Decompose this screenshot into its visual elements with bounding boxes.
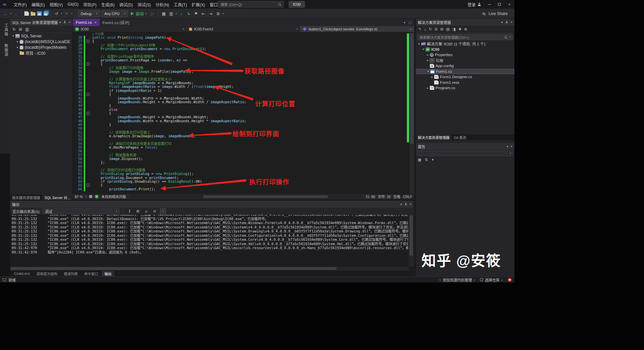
fold-toggle-icon[interactable]: - xyxy=(87,93,90,96)
show-all-files-icon[interactable]: ⊞ xyxy=(440,27,443,31)
configuration-select[interactable]: Debug▾ xyxy=(78,10,100,17)
close-icon[interactable]: × xyxy=(95,21,97,24)
editor-horizontal-scrollbar[interactable] xyxy=(131,195,361,198)
tree-item[interactable]: ▾SQL Server xyxy=(10,33,72,39)
navigate-back-icon[interactable]: ← xyxy=(3,11,8,16)
bookmark-icon[interactable]: ⚑ xyxy=(193,11,199,16)
navigate-forward2-icon[interactable]: ⇥ xyxy=(208,11,213,16)
menu-item[interactable]: Git(G) xyxy=(65,0,81,9)
expander-icon[interactable]: ▾ xyxy=(11,34,15,37)
editor-vertical-scrollbar[interactable] xyxy=(410,32,414,194)
notification-bell-icon[interactable] xyxy=(508,278,512,282)
indent-mode[interactable]: 空格 xyxy=(393,194,400,199)
tree-item[interactable]: ▸Form1.Designer.cs xyxy=(416,74,514,80)
fold-toggle-icon[interactable]: - xyxy=(87,184,90,187)
undo-icon[interactable]: ↺ xyxy=(54,11,59,16)
close-icon[interactable]: × xyxy=(410,202,412,206)
build-icon[interactable]: ▦ xyxy=(161,11,167,16)
save-icon[interactable] xyxy=(37,11,42,16)
close-button[interactable]: × xyxy=(504,0,514,9)
stop-filter-icon[interactable]: ⊘ xyxy=(152,209,158,213)
expander-icon[interactable]: ▸ xyxy=(426,86,430,90)
menu-item[interactable]: 文件(F) xyxy=(11,0,29,9)
tree-item[interactable]: ▸(localdb)\MSSQLLocalDE xyxy=(10,39,72,44)
platform-select[interactable]: Any CPU▾ xyxy=(102,10,128,17)
sign-in-button[interactable]: 登录 xyxy=(464,2,484,7)
tool-tab[interactable]: 命令窗口 xyxy=(82,271,101,277)
document-tab[interactable]: Form1.cs [设计] xyxy=(100,19,133,26)
output-source-select[interactable]: 调试 ▾ xyxy=(43,208,120,214)
save-all-icon[interactable] xyxy=(43,11,48,16)
expander-icon[interactable]: ▸ xyxy=(426,59,430,62)
hot-reload-icon[interactable] xyxy=(89,195,92,198)
code-editor[interactable]: 1 个引用 26public void Print(string imagePa… xyxy=(73,32,410,194)
tool-tab[interactable]: 调用层次结构 xyxy=(34,271,60,277)
pin-icon[interactable] xyxy=(404,203,407,206)
add-item-icon[interactable]: ✚ xyxy=(458,27,461,31)
breadcrumb-dropdown[interactable]: IC00▾ xyxy=(73,26,187,32)
menu-item[interactable]: 视图(V) xyxy=(47,0,65,9)
step-into-icon[interactable]: ↓ xyxy=(178,11,184,16)
task-status-icon[interactable] xyxy=(3,279,6,281)
select-repository-button[interactable]: 选择仓库 ▴ xyxy=(480,277,502,283)
pin-icon[interactable] xyxy=(63,21,66,24)
list-icon[interactable]: ▥ xyxy=(168,11,174,16)
navigate-forward-icon[interactable]: → xyxy=(13,11,19,16)
scrollbar-thumb[interactable] xyxy=(410,215,413,255)
menu-item[interactable]: 测试(S) xyxy=(135,0,153,9)
word-wrap-icon[interactable]: ≡ xyxy=(143,209,149,213)
menu-item[interactable]: 项目(P) xyxy=(81,0,99,9)
properties-icon[interactable]: ▤ xyxy=(446,27,450,31)
menu-item[interactable]: 扩展(X) xyxy=(189,0,207,9)
refresh-icon[interactable]: ↻ xyxy=(429,27,432,31)
refresh-icon[interactable]: ↻ xyxy=(12,27,16,32)
new-file-icon[interactable] xyxy=(24,11,29,16)
properties-object-select[interactable]: ▾ xyxy=(417,151,513,156)
breadcrumb-dropdown[interactable]: IC00.Form1▾ xyxy=(187,26,301,32)
chevron-down-icon[interactable]: ▾ xyxy=(59,21,61,24)
maximize-button[interactable] xyxy=(494,0,504,9)
property-pages-icon[interactable]: ✦ xyxy=(431,158,434,162)
chevron-down-icon[interactable]: ▾ xyxy=(501,21,503,24)
timestamp-toggle-icon[interactable]: ◔ xyxy=(160,208,166,214)
tree-item[interactable]: ▾解决方案 'IC00' (1 个项目, 共 1 个) xyxy=(416,41,514,47)
tool-tab[interactable]: 服务器资源管理器 xyxy=(10,194,42,201)
minimize-button[interactable] xyxy=(484,0,494,9)
tree-item[interactable]: App.config xyxy=(416,63,514,69)
tool-tab[interactable]: SQL Server 对... xyxy=(42,194,72,201)
tree-item[interactable]: ▸(localdb)\ProjectModels xyxy=(10,44,72,50)
redo-icon[interactable]: ↻ xyxy=(64,11,69,16)
fold-toggle-icon[interactable]: - xyxy=(87,112,90,115)
menu-item[interactable]: 编辑(E) xyxy=(29,0,47,9)
fold-toggle-icon[interactable]: - xyxy=(87,62,90,65)
fold-toggle-icon[interactable]: - xyxy=(87,40,90,43)
menu-item[interactable]: 调试(D) xyxy=(117,0,135,9)
start-without-debugging-icon[interactable]: ▷ xyxy=(150,11,155,16)
tool-tab[interactable]: 输出 xyxy=(102,271,114,277)
categorized-icon[interactable]: ▦ xyxy=(418,158,421,162)
close-icon[interactable]: × xyxy=(510,145,512,148)
output-horizontal-scrollbar[interactable] xyxy=(10,267,409,271)
go-to-message-icon[interactable]: ↧ xyxy=(127,209,133,213)
breadcrumb-dropdown[interactable]: button1_Click(object sender, EventArgs e… xyxy=(300,26,414,32)
menu-item[interactable]: 工具(T) xyxy=(171,0,189,9)
expander-icon[interactable]: ▸ xyxy=(426,53,430,56)
tree-item[interactable]: ▸Program.cs xyxy=(416,85,514,91)
navigate-backward-icon[interactable]: ⇤ xyxy=(200,11,206,16)
scrollbar-thumb[interactable] xyxy=(410,33,414,144)
alphabetical-icon[interactable]: ⇅ xyxy=(425,158,428,162)
tool-tab[interactable]: Git 更改 xyxy=(452,134,468,141)
tree-item[interactable]: 项目 - IC00 xyxy=(10,50,72,56)
output-vertical-scrollbar[interactable] xyxy=(409,208,414,267)
step-over-icon[interactable]: ↳ xyxy=(186,11,191,16)
scrollbar-thumb[interactable] xyxy=(203,195,328,198)
zoom-level-select[interactable]: 87 % xyxy=(75,195,83,199)
expander-icon[interactable]: ▾ xyxy=(421,48,426,51)
tool-tab[interactable]: 解决方案资源管理器 xyxy=(416,134,452,141)
collapse-all-icon[interactable]: ⊟ xyxy=(435,27,438,31)
add-server-icon[interactable]: ⊞ xyxy=(19,27,22,32)
expander-icon[interactable]: ▸ xyxy=(15,46,20,49)
tree-item[interactable]: Form1.resx xyxy=(416,80,514,85)
chevron-down-icon[interactable]: ▾ xyxy=(400,203,402,206)
start-debugging-button[interactable]: 启动 ▾ xyxy=(130,11,148,16)
